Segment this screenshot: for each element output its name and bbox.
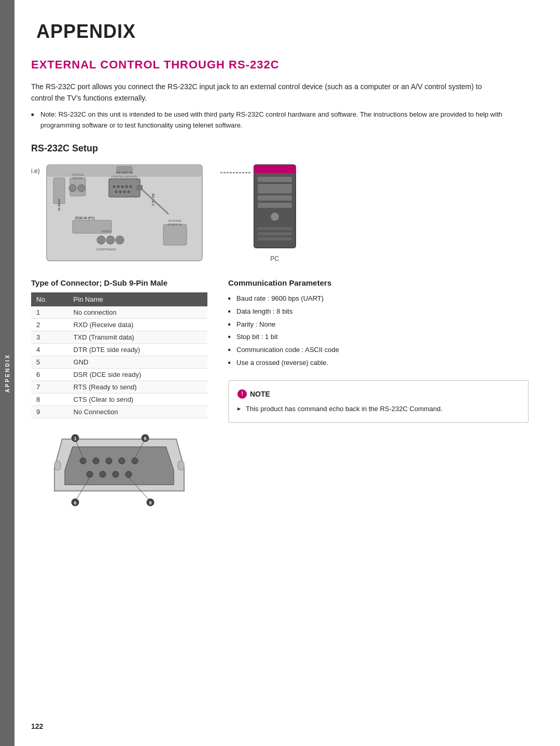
pin-name: RXD (Receive data)	[68, 319, 207, 331]
two-col-layout: Type of Connector; D-Sub 9-Pin Male No. …	[31, 278, 529, 512]
table-row: 1No connection	[31, 306, 207, 319]
table-row: 2RXD (Receive data)	[31, 319, 207, 331]
svg-point-27	[116, 236, 124, 244]
svg-point-19	[119, 191, 121, 193]
table-row: 3TXD (Transmit data)	[31, 331, 207, 344]
svg-text:1: 1	[74, 436, 76, 441]
svg-rect-44	[258, 232, 292, 235]
table-row: 6DSR (DCE side ready)	[31, 369, 207, 381]
pin-no: 8	[31, 393, 68, 406]
svg-text:COMPONENT: COMPONENT	[96, 248, 116, 251]
svg-point-16	[125, 186, 128, 188]
svg-rect-45	[258, 237, 292, 241]
right-column: Communication Parameters Baud rate : 960…	[228, 278, 529, 423]
pin-name: No Connection	[68, 406, 207, 418]
ie-label: i.e)	[31, 167, 40, 175]
connector-section-title: Type of Connector; D-Sub 9-Pin Male	[31, 278, 207, 287]
svg-point-46	[80, 458, 86, 464]
comm-param-item: Parity : None	[228, 318, 529, 331]
svg-text:VIDEO: VIDEO	[101, 230, 111, 233]
diagram-area: i.e) HDMI IN OPTICAL DIGITAL RS-232C	[31, 162, 529, 268]
svg-point-9	[78, 185, 85, 192]
svg-text:ANTENNA: ANTENNA	[168, 219, 182, 222]
svg-rect-38	[258, 177, 292, 182]
svg-rect-41	[258, 203, 292, 208]
svg-text:/CABLE IN: /CABLE IN	[167, 223, 181, 226]
svg-text:5: 5	[144, 436, 146, 441]
comm-param-item: Data length : 8 bits	[228, 305, 529, 318]
svg-point-21	[127, 191, 130, 193]
page-title: APPENDIX	[36, 21, 529, 43]
pin-no: 3	[31, 331, 68, 344]
svg-point-53	[113, 471, 119, 477]
pc-label: PC	[270, 255, 279, 262]
svg-point-47	[93, 458, 99, 464]
note-intro: Note: RS-232C on this unit is intended t…	[31, 109, 529, 131]
dsub-diagram: 1 5 6 9	[47, 429, 192, 512]
pin-no: 5	[31, 356, 68, 369]
svg-rect-68	[178, 461, 184, 470]
svg-point-25	[97, 236, 105, 244]
svg-point-48	[106, 458, 112, 464]
svg-rect-37	[254, 165, 296, 173]
note-box: ! NOTE This product has command echo bac…	[228, 380, 529, 423]
pin-name: GND	[68, 356, 207, 369]
svg-text:6: 6	[74, 500, 76, 505]
note-box-title: ! NOTE	[237, 388, 520, 400]
comm-param-item: Use a crossed (reverse) cable.	[228, 357, 529, 370]
svg-rect-43	[258, 227, 292, 230]
pin-no: 4	[31, 344, 68, 356]
page-number: 122	[31, 722, 43, 730]
pin-name: CTS (Clear to send)	[68, 393, 207, 406]
pin-name: No connection	[68, 306, 207, 319]
pin-no: 7	[31, 381, 68, 393]
pin-no: 1	[31, 306, 68, 319]
table-row: 4DTR (DTE side ready)	[31, 344, 207, 356]
svg-text:RS-232C IN: RS-232C IN	[116, 171, 133, 174]
svg-point-17	[129, 186, 132, 188]
tv-panel-illustration: HDMI IN OPTICAL DIGITAL RS-232C IN (CONT…	[44, 162, 210, 268]
svg-point-14	[117, 186, 119, 188]
svg-rect-40	[258, 195, 292, 201]
comm-params-list: Baud rate : 9600 bps (UART)Data length :…	[228, 292, 529, 369]
svg-point-8	[69, 185, 76, 192]
pin-no: 6	[31, 369, 68, 381]
comm-param-item: Communication code : ASCII code	[228, 344, 529, 357]
svg-text:9: 9	[149, 500, 151, 505]
svg-point-18	[115, 191, 117, 193]
note-box-text: This product has command echo back in th…	[237, 404, 520, 415]
svg-text:RGB IN (PC): RGB IN (PC)	[75, 216, 95, 220]
svg-text:(CONTROL/SERVICE): (CONTROL/SERVICE)	[111, 175, 137, 178]
table-row: 5GND	[31, 356, 207, 369]
note-title-text: NOTE	[250, 388, 270, 400]
connector-table: No. Pin Name 1No connection2RXD (Receive…	[31, 292, 207, 418]
pin-name: DSR (DCE side ready)	[68, 369, 207, 381]
svg-text:HDMI IN: HDMI IN	[58, 199, 61, 211]
sidebar-appendix: APPENDIX	[0, 0, 15, 746]
svg-point-49	[119, 458, 125, 464]
sidebar-label: APPENDIX	[5, 354, 10, 392]
svg-point-52	[100, 471, 106, 477]
svg-text:OPTICAL: OPTICAL	[72, 173, 84, 176]
svg-rect-12	[109, 179, 140, 197]
setup-title: RS-232C Setup	[31, 143, 529, 154]
svg-text:DIGITAL: DIGITAL	[73, 177, 82, 180]
svg-rect-67	[54, 461, 61, 470]
svg-point-50	[132, 458, 138, 464]
intro-text: The RS-232C port allows you connect the …	[31, 81, 498, 104]
svg-rect-30	[163, 224, 187, 245]
svg-point-20	[123, 191, 125, 193]
svg-point-42	[271, 213, 279, 221]
svg-rect-34	[136, 185, 143, 190]
pin-no: 2	[31, 319, 68, 331]
pin-name: RTS (Ready to send)	[68, 381, 207, 393]
svg-point-51	[87, 471, 93, 477]
comm-param-item: Baud rate : 9600 bps (UART)	[228, 292, 529, 305]
section-main-title: EXTERNAL CONTROL THROUGH RS-232C	[31, 58, 529, 72]
table-header-no: No.	[31, 292, 68, 306]
svg-point-26	[106, 236, 115, 244]
cable-connector	[220, 167, 251, 178]
table-header-pin: Pin Name	[68, 292, 207, 306]
svg-point-13	[113, 186, 115, 188]
pin-name: TXD (Transmit data)	[68, 331, 207, 344]
